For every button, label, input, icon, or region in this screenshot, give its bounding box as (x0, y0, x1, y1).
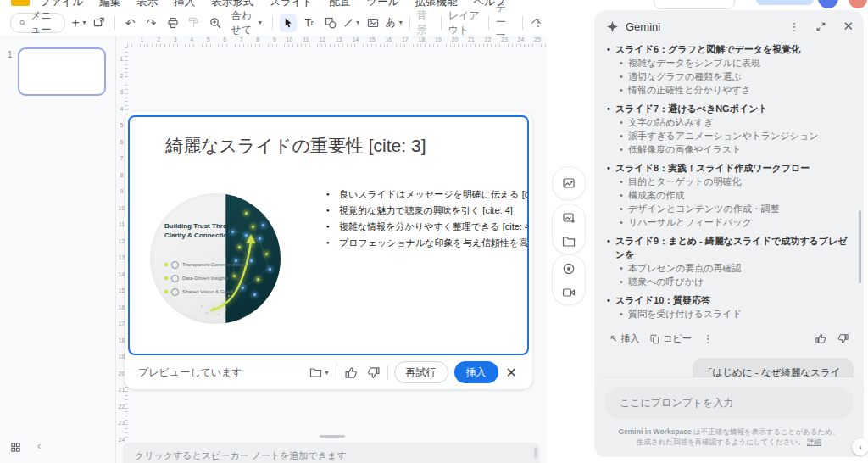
menu-search-label: メニュー (31, 8, 55, 37)
network-dot (245, 212, 248, 215)
image-add-icon[interactable] (560, 209, 577, 226)
chevron-up-icon (531, 19, 541, 28)
outline-item: デザインとコンテンツの作成・調整 (619, 202, 854, 215)
folder-icon[interactable] (560, 234, 577, 249)
hide-panel-button[interactable]: ‹ (852, 438, 868, 455)
outline-item: 目的とターゲットの明確化 (619, 175, 854, 188)
image-item-label: Data-Driven Insights (182, 276, 228, 281)
present-new-window-icon[interactable] (91, 14, 108, 32)
network-dot (252, 226, 254, 228)
thumbs-up-button[interactable] (812, 332, 830, 346)
grid-view-icon[interactable] (10, 442, 21, 453)
folder-icon (309, 367, 322, 378)
print-button[interactable] (164, 14, 181, 32)
slide-preview[interactable]: 綺麗なスライドの重要性 [cite: 3] 良いスライドはメッセージを明確に伝え… (128, 115, 529, 355)
paint-format-button[interactable] (186, 14, 203, 32)
avatar[interactable] (849, 0, 867, 8)
image-sparkle-icon[interactable] (560, 175, 577, 192)
thumbs-up-button[interactable] (343, 365, 359, 381)
background-button[interactable]: 背景 (417, 14, 434, 32)
outline-item: リハーサルとフィードバック (619, 215, 854, 229)
copy-response-button[interactable]: コピー (647, 331, 695, 347)
tick-icon (164, 262, 169, 267)
menu-item[interactable]: 編集 (99, 0, 120, 9)
collapse-toolbar-button[interactable] (529, 14, 546, 31)
image-item: Transparent Communication (164, 258, 246, 271)
outline-section-title: スライド10：質疑応答 (606, 293, 854, 307)
new-slide-button[interactable]: ＋▾ (70, 14, 86, 32)
prompt-input[interactable] (604, 387, 854, 419)
network-dot (235, 259, 237, 262)
outline-item: 質問を受け付けるスライド (619, 307, 854, 321)
thumbs-down-button[interactable] (365, 365, 381, 381)
item-icon (171, 275, 179, 282)
scrollbar-thumb[interactable] (859, 210, 861, 283)
layout-button[interactable]: レイアウト (448, 14, 481, 32)
zoom-icon[interactable] (207, 14, 224, 32)
text-box-tool[interactable]: Tr (301, 14, 318, 32)
image-item: Shared Vision & Goals (164, 285, 246, 298)
image-item-label: Shared Vision & Goals (182, 289, 233, 294)
title-input-fragment[interactable] (654, 0, 735, 9)
close-icon[interactable]: ✕ (843, 19, 854, 34)
copy-icon (650, 334, 659, 344)
menu-search-button[interactable]: メニュー (10, 13, 65, 33)
panel-more-icon[interactable]: ⋮ (788, 20, 799, 33)
learn-more-link[interactable]: 詳細 (807, 438, 821, 446)
redo-button[interactable]: ↷ (143, 14, 160, 32)
outline-item: 低解像度の画像やイラスト (619, 142, 854, 156)
outline-sublist: 文字の詰め込みすぎ派手すぎるアニメーションやトランジション低解像度の画像やイラス… (619, 115, 854, 156)
select-cursor-tool[interactable] (280, 14, 297, 32)
response-more-icon[interactable]: ⋮ (699, 331, 717, 347)
side-tool-group (552, 166, 586, 200)
menu-item[interactable]: 表示 (136, 0, 158, 9)
outline-item: 聴衆への呼びかけ (619, 275, 854, 288)
menu-item[interactable]: 挿入 (174, 0, 195, 9)
insert-button[interactable]: 挿入 (454, 361, 498, 383)
network-dot (265, 253, 268, 255)
chevron-left-icon[interactable]: ‹ (37, 439, 41, 452)
gemini-sparkle-icon (606, 20, 619, 33)
scrollbar-thumb[interactable] (534, 447, 537, 459)
slide-bullet: 複雑な情報を分かりやすく整理できる [cite: 4] (325, 219, 529, 235)
retry-button[interactable]: 再試行 (394, 361, 448, 383)
undo-button[interactable]: ↶ (122, 14, 139, 32)
search-icon (19, 18, 25, 28)
close-icon[interactable]: ✕ (504, 365, 519, 381)
slide-bullet: 良いスライドはメッセージを明確に伝える [cite: 3] (325, 187, 529, 203)
network-dot (269, 268, 271, 271)
camera-icon[interactable] (560, 285, 577, 300)
side-tool-group (552, 254, 586, 305)
divider (337, 365, 337, 380)
outline-item: 派手すぎるアニメーションやトランジション (619, 129, 854, 142)
slide-image: Building Trust Through Clarity & Connect… (150, 193, 281, 324)
open-in-full-icon[interactable] (816, 22, 826, 31)
save-to-drive-button[interactable]: ▾ (308, 365, 331, 380)
image-placeholder-tool[interactable] (364, 14, 381, 32)
slide-thumbnail-number: 1 (8, 50, 13, 59)
image-item: Data-Driven Insights (164, 271, 246, 285)
line-tool[interactable]: ▾ (343, 14, 360, 32)
share-button-fragment[interactable] (756, 0, 814, 5)
thumbs-down-button[interactable] (834, 332, 852, 346)
network-dot (238, 246, 241, 248)
insert-response-button[interactable]: ↖ 挿入 (606, 331, 643, 347)
item-icon (171, 261, 179, 269)
horizontal-ruler-ticks (127, 44, 547, 47)
theme-button[interactable]: テーマ (496, 14, 515, 32)
network-dot (259, 237, 261, 240)
menu-item[interactable]: スライド (270, 0, 313, 9)
speaker-notes[interactable]: クリックするとスピーカー ノートを追加できます (123, 443, 540, 463)
zoom-fit-select[interactable]: 合わせて▾ (228, 14, 265, 32)
menu-item[interactable]: ツール (366, 0, 398, 9)
furigana-tool[interactable]: あ▾ (386, 14, 403, 32)
record-icon[interactable] (560, 260, 577, 277)
shape-tool[interactable] (322, 14, 339, 32)
slide-thumbnail[interactable] (18, 47, 106, 96)
menu-item[interactable]: 配置 (329, 0, 350, 9)
notes-drag-handle[interactable] (320, 435, 345, 438)
avatar[interactable] (818, 0, 838, 8)
tick-icon (164, 276, 169, 281)
outline-sublist: 目的とターゲットの明確化構成案の作成デザインとコンテンツの作成・調整リハーサルと… (619, 175, 854, 229)
slide-bullet: 視覚的な魅力で聴衆の興味を引く [cite: 4] (325, 203, 529, 219)
